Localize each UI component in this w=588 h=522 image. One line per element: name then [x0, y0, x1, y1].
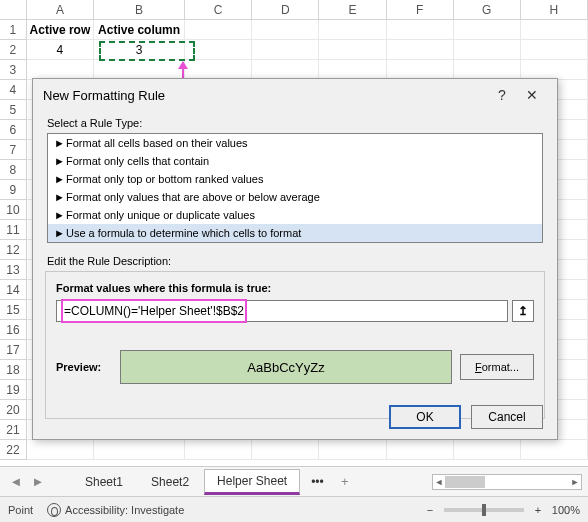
formula-label: Format values where this formula is true…: [56, 282, 534, 294]
row-header[interactable]: 12: [0, 240, 27, 260]
cell[interactable]: [521, 60, 588, 80]
zoom-level[interactable]: 100%: [552, 504, 580, 516]
cell[interactable]: [387, 40, 454, 60]
row-header[interactable]: 2: [0, 40, 27, 60]
format-button[interactable]: Format...: [460, 354, 534, 380]
cell[interactable]: [454, 40, 521, 60]
rule-type-list[interactable]: ►Format all cells based on their values …: [47, 133, 543, 243]
row-header[interactable]: 11: [0, 220, 27, 240]
cell[interactable]: [387, 20, 454, 40]
cell[interactable]: [185, 440, 252, 460]
ok-button[interactable]: OK: [389, 405, 461, 429]
cell[interactable]: 3: [94, 40, 185, 60]
cell[interactable]: [252, 440, 319, 460]
cell[interactable]: [319, 40, 386, 60]
cell[interactable]: [27, 60, 94, 80]
cell[interactable]: Active column: [94, 20, 185, 40]
status-bar: Point Accessibility: Investigate − + 100…: [0, 496, 588, 522]
cell[interactable]: [252, 60, 319, 80]
col-header[interactable]: E: [319, 0, 386, 20]
row-header[interactable]: 8: [0, 160, 27, 180]
row-header[interactable]: 17: [0, 340, 27, 360]
cell[interactable]: [454, 60, 521, 80]
scrollbar-thumb[interactable]: [445, 476, 485, 488]
row-header[interactable]: 18: [0, 360, 27, 380]
mode-indicator: Point: [8, 504, 33, 516]
rule-item[interactable]: ►Format only top or bottom ranked values: [48, 170, 542, 188]
tab-sheet2[interactable]: Sheet2: [138, 470, 202, 493]
cell[interactable]: [454, 440, 521, 460]
cell[interactable]: [454, 20, 521, 40]
cell[interactable]: Active row: [27, 20, 94, 40]
dialog-title: New Formatting Rule: [43, 88, 487, 103]
rule-description-box: Format values where this formula is true…: [45, 271, 545, 419]
cell[interactable]: [319, 60, 386, 80]
tab-nav-prev[interactable]: ◄: [6, 472, 26, 492]
row-header[interactable]: 13: [0, 260, 27, 280]
cell[interactable]: [252, 40, 319, 60]
col-header[interactable]: C: [185, 0, 252, 20]
rule-item-selected[interactable]: ►Use a formula to determine which cells …: [48, 224, 542, 242]
tab-nav-next[interactable]: ►: [28, 472, 48, 492]
col-header[interactable]: A: [27, 0, 94, 20]
select-rule-type-label: Select a Rule Type:: [33, 111, 557, 131]
cell[interactable]: 4: [27, 40, 94, 60]
row-header[interactable]: 16: [0, 320, 27, 340]
row-header[interactable]: 14: [0, 280, 27, 300]
row-header[interactable]: 5: [0, 100, 27, 120]
row-header[interactable]: 19: [0, 380, 27, 400]
tab-more[interactable]: •••: [302, 470, 333, 493]
tab-helper-sheet[interactable]: Helper Sheet: [204, 469, 300, 495]
rule-item[interactable]: ►Format all cells based on their values: [48, 134, 542, 152]
horizontal-scrollbar[interactable]: ◄ ►: [432, 474, 582, 490]
cell[interactable]: [319, 20, 386, 40]
col-header[interactable]: H: [521, 0, 588, 20]
cell[interactable]: [94, 60, 185, 80]
close-button[interactable]: ✕: [517, 81, 547, 109]
accessibility-status[interactable]: Accessibility: Investigate: [47, 503, 184, 517]
row-header[interactable]: 10: [0, 200, 27, 220]
rule-item[interactable]: ►Format only values that are above or be…: [48, 188, 542, 206]
accessibility-icon: [47, 503, 61, 517]
zoom-in-button[interactable]: +: [530, 504, 546, 516]
cell[interactable]: [521, 440, 588, 460]
cell[interactable]: [27, 440, 94, 460]
formula-input[interactable]: =COLUMN()='Helper Sheet'!$B$2: [56, 300, 508, 322]
select-all[interactable]: [0, 0, 27, 20]
cell[interactable]: [185, 40, 252, 60]
cell[interactable]: [94, 440, 185, 460]
row-header[interactable]: 20: [0, 400, 27, 420]
row-header[interactable]: 22: [0, 440, 27, 460]
cell[interactable]: [521, 40, 588, 60]
col-header[interactable]: G: [454, 0, 521, 20]
row-header[interactable]: 1: [0, 20, 27, 40]
row-header[interactable]: 7: [0, 140, 27, 160]
row-header[interactable]: 3: [0, 60, 27, 80]
cancel-button[interactable]: Cancel: [471, 405, 543, 429]
new-formatting-rule-dialog: New Formatting Rule ? ✕ Select a Rule Ty…: [32, 78, 558, 440]
cell[interactable]: [387, 60, 454, 80]
add-sheet-button[interactable]: +: [335, 472, 355, 492]
zoom-slider[interactable]: [444, 508, 524, 512]
row-header[interactable]: 4: [0, 80, 27, 100]
tab-sheet1[interactable]: Sheet1: [72, 470, 136, 493]
cell[interactable]: [185, 20, 252, 40]
row-header[interactable]: 6: [0, 120, 27, 140]
cell[interactable]: [252, 20, 319, 40]
cell[interactable]: [521, 20, 588, 40]
rule-item[interactable]: ►Format only cells that contain: [48, 152, 542, 170]
cell[interactable]: [387, 440, 454, 460]
col-header[interactable]: B: [94, 0, 185, 20]
cell[interactable]: [319, 440, 386, 460]
range-selector-button[interactable]: ↥: [512, 300, 534, 322]
col-header[interactable]: F: [387, 0, 454, 20]
sheet-tabs-bar: ◄ ► Sheet1 Sheet2 Helper Sheet ••• + ◄ ►: [0, 466, 588, 496]
col-header[interactable]: D: [252, 0, 319, 20]
rule-item[interactable]: ►Format only unique or duplicate values: [48, 206, 542, 224]
cell[interactable]: [185, 60, 252, 80]
row-header[interactable]: 9: [0, 180, 27, 200]
zoom-out-button[interactable]: −: [422, 504, 438, 516]
row-header[interactable]: 21: [0, 420, 27, 440]
help-button[interactable]: ?: [487, 81, 517, 109]
row-header[interactable]: 15: [0, 300, 27, 320]
